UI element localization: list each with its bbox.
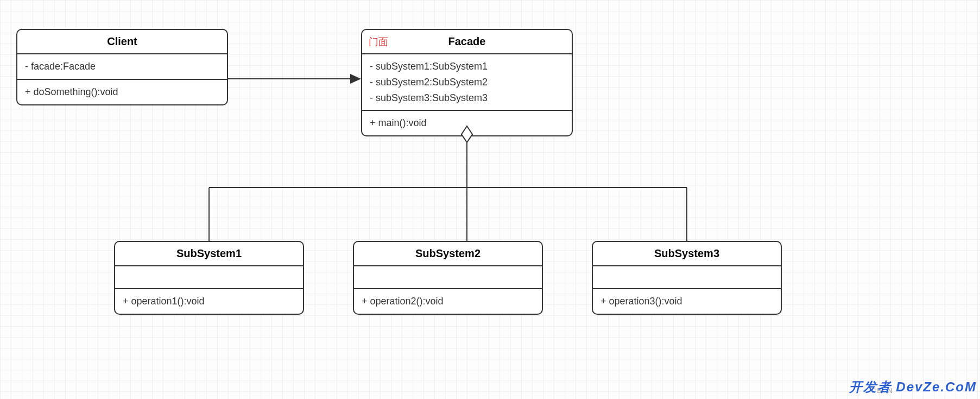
class-operations: + operation3():void [593,289,781,314]
stereotype-label: 门面 [369,35,388,48]
uml-class-client: Client - facade:Facade + doSomething():v… [16,29,228,105]
class-attributes [354,266,542,289]
uml-class-subsystem3: SubSystem3 + operation3():void [592,241,782,315]
operation: + operation1():void [123,294,295,309]
operation: + operation3():void [600,294,773,309]
association-client-facade [228,74,361,84]
class-operations: + operation1():void [115,289,303,314]
operation: + main():void [370,115,564,131]
watermark-devze: 开发者 DevZe.CoM [849,378,977,396]
attribute: - subSystem1:SubSystem1 [370,59,564,74]
operation: + doSomething():void [25,84,219,100]
uml-class-subsystem1: SubSystem1 + operation1():void [114,241,304,315]
uml-class-subsystem2: SubSystem2 + operation2():void [353,241,543,315]
class-attributes [115,266,303,289]
class-title: SubSystem3 [593,242,781,266]
class-name: Facade [448,35,486,47]
class-operations: + doSomething():void [17,80,227,104]
operation: + operation2():void [362,294,534,309]
class-operations: + operation2():void [354,289,542,314]
class-title: Client [17,30,227,54]
class-operations: + main():void [362,111,572,135]
attribute: - subSystem3:SubSystem3 [370,90,564,106]
class-attributes: - subSystem1:SubSystem1 - subSystem2:Sub… [362,54,572,111]
class-title: SubSystem2 [354,242,542,266]
svg-marker-1 [350,74,361,84]
class-attributes: - facade:Facade [17,54,227,80]
attribute: - facade:Facade [25,59,219,74]
class-title: SubSystem1 [115,242,303,266]
attribute: - subSystem2:SubSystem2 [370,74,564,90]
class-title: 门面 Facade [362,30,572,54]
uml-class-facade: 门面 Facade - subSystem1:SubSystem1 - subS… [361,29,573,136]
aggregation-facade-subsystems [209,126,687,241]
class-attributes [593,266,781,289]
